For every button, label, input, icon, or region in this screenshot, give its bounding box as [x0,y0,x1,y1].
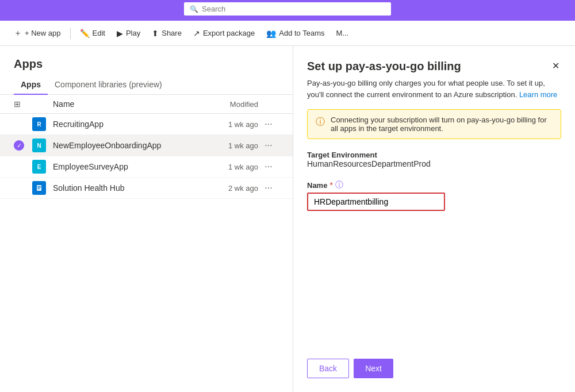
name-info-icon[interactable]: ⓘ [335,180,343,190]
tabs-row: Apps Component libraries (preview) [0,71,293,95]
panel-footer: Back Next [307,345,561,378]
toolbar: ＋ + New app ✏️ Edit ▶ Play ⬆ Share ↗ Exp… [0,21,575,46]
app-dots-1[interactable]: ··· [258,119,279,129]
panel-title: Set up pay-as-you-go billing [307,60,561,73]
header-name-col: Name [53,99,201,109]
target-environment-section: Target Environment HumanResourcesDepartm… [307,151,561,168]
header-modified-col: Modified [201,100,258,109]
app-name-3: EmployeeSurveyApp [53,162,201,171]
edit-icon: ✏️ [80,29,90,38]
apps-title: Apps [0,46,293,71]
app-dots-4[interactable]: ··· [258,183,279,193]
app-icon-recruiting: R [32,117,46,131]
required-star: * [329,180,332,190]
top-bar: 🔍 [0,0,575,21]
row-icon-3: E [32,160,53,174]
share-button[interactable]: ⬆ Share [147,25,186,41]
new-app-button[interactable]: ＋ + New app [9,25,66,42]
close-button[interactable]: ✕ [547,57,564,74]
svg-text:R: R [37,121,41,128]
app-icon-solution-health [32,181,46,195]
app-name-1: RecruitingApp [53,120,201,129]
teams-icon: 👥 [266,29,276,38]
target-environment-label: Target Environment [307,151,561,159]
name-field-input[interactable] [307,193,445,211]
app-list: R RecruitingApp 1 wk ago ··· ✓ N NewEmpl… [0,114,293,392]
next-button[interactable]: Next [354,359,393,378]
warning-banner: ⓘ Connecting your subscription will turn… [307,109,561,139]
add-to-teams-button[interactable]: 👥 Add to Teams [262,25,329,41]
svg-rect-9 [37,187,41,188]
target-environment-value: HumanResourcesDepartmentProd [307,159,561,168]
selected-check-icon: ✓ [14,140,24,151]
left-panel: Apps Apps Component libraries (preview) … [0,46,293,392]
tab-component-libraries[interactable]: Component libraries (preview) [48,75,169,95]
row-check-2: ✓ [14,140,32,151]
app-name-2: NewEmployeeOnboardingApp [53,141,201,150]
toolbar-divider-1 [70,28,71,39]
app-name-4: Solution Health Hub [53,183,201,193]
more-button[interactable]: M... [332,25,354,41]
panel-spacer [307,222,561,345]
name-field-section: Name * ⓘ [307,180,561,211]
export-button[interactable]: ↗ Export package [189,25,259,41]
back-button[interactable]: Back [307,359,349,378]
row-icon-4 [32,181,53,195]
edit-button[interactable]: ✏️ Edit [75,25,110,41]
right-panel: ✕ Set up pay-as-you-go billing Pay-as-yo… [293,46,575,392]
app-modified-1: 1 wk ago [201,120,258,129]
app-modified-4: 2 wk ago [201,184,258,193]
app-icon-employee-survey: E [32,160,46,174]
svg-text:N: N [37,143,41,149]
app-row-new-employee[interactable]: ✓ N NewEmployeeOnboardingApp 1 wk ago ··… [0,135,293,156]
search-container: 🔍 [184,2,391,16]
app-dots-2[interactable]: ··· [258,140,279,151]
export-icon: ↗ [193,29,200,38]
panel-description: Pay-as-you-go billing only charges you f… [307,78,561,100]
search-input[interactable] [202,5,385,13]
learn-more-link[interactable]: Learn more [519,90,557,99]
app-modified-2: 1 wk ago [201,141,258,150]
warning-text: Connecting your subscription will turn o… [331,116,553,133]
app-modified-3: 1 wk ago [201,163,258,171]
plus-icon: ＋ [14,28,22,39]
play-icon: ▶ [117,29,123,38]
app-row-employee-survey[interactable]: E EmployeeSurveyApp 1 wk ago ··· [0,156,293,178]
list-header: ⊞ Name Modified [0,95,293,114]
svg-text:E: E [37,164,41,170]
warning-icon: ⓘ [316,116,325,128]
header-check: ⊞ [14,99,32,109]
share-icon: ⬆ [152,29,159,38]
name-field-label: Name [307,181,327,190]
app-row-solution-health[interactable]: Solution Health Hub 2 wk ago ··· [0,178,293,199]
svg-rect-10 [37,189,40,189]
main-layout: Apps Apps Component libraries (preview) … [0,46,575,392]
row-icon-1: R [32,117,53,131]
row-icon-2: N [32,139,53,152]
app-icon-new-employee: N [32,139,46,152]
search-icon: 🔍 [190,5,198,13]
app-row-recruiting[interactable]: R RecruitingApp 1 wk ago ··· [0,114,293,135]
app-dots-3[interactable]: ··· [258,162,279,172]
tab-apps[interactable]: Apps [14,75,48,95]
name-label-row: Name * ⓘ [307,180,561,190]
play-button[interactable]: ▶ Play [112,25,145,41]
svg-rect-8 [37,186,41,187]
